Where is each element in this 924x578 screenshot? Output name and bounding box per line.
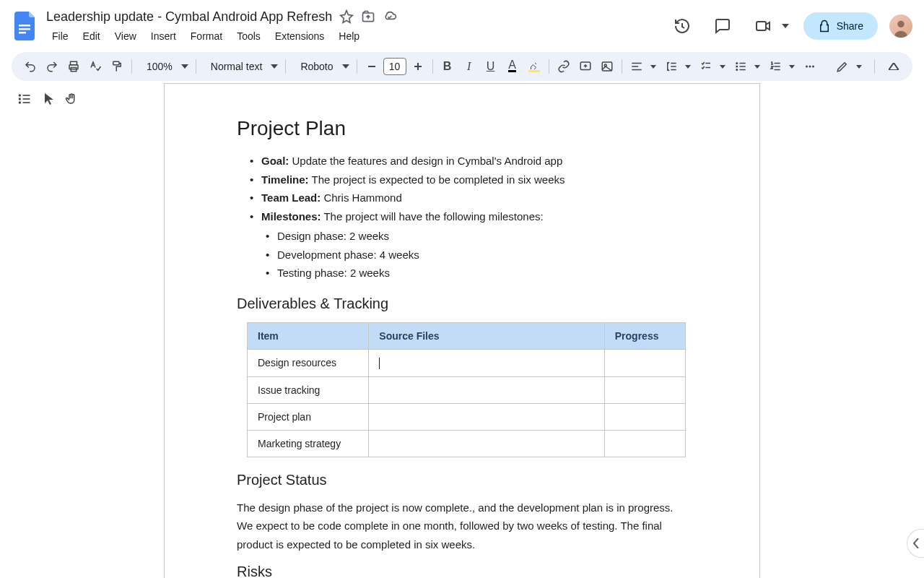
avatar[interactable] <box>889 14 912 38</box>
comments-icon[interactable] <box>708 12 737 40</box>
increase-font-size-button[interactable] <box>408 56 428 77</box>
table-row: Project plan <box>248 403 686 430</box>
list-item: Design phase: 2 weeks <box>266 227 687 246</box>
spellcheck-button[interactable] <box>85 56 105 77</box>
svg-rect-2 <box>19 32 26 34</box>
insert-image-button[interactable] <box>597 56 617 77</box>
italic-button[interactable]: I <box>459 56 479 77</box>
menu-help[interactable]: Help <box>333 27 365 45</box>
svg-point-5 <box>897 21 904 27</box>
decrease-font-size-button[interactable] <box>362 56 382 77</box>
align-button[interactable] <box>627 56 647 77</box>
editing-mode-dropdown-icon[interactable] <box>853 56 866 77</box>
checklist-dropdown-icon[interactable] <box>716 56 729 77</box>
paint-format-button[interactable] <box>107 56 127 77</box>
status-heading: Project Status <box>237 472 687 488</box>
col-source: Source Files <box>369 322 604 349</box>
share-button[interactable]: Share <box>803 12 878 40</box>
font-size-input[interactable]: 10 <box>383 58 406 75</box>
separator <box>131 59 132 74</box>
line-spacing-button[interactable] <box>661 56 681 77</box>
checklist-button[interactable] <box>696 56 716 77</box>
table-row: Marketing strategy <box>248 430 686 457</box>
insert-link-button[interactable] <box>554 56 574 77</box>
separator <box>432 59 433 74</box>
move-to-drive-icon[interactable] <box>361 9 375 24</box>
status-paragraph: The design phase of the project is now c… <box>237 499 687 554</box>
align-dropdown-icon[interactable] <box>647 56 660 77</box>
menu-insert[interactable]: Insert <box>145 27 182 45</box>
separator <box>549 59 549 74</box>
editing-mode-button[interactable] <box>832 56 853 77</box>
page-title: Project Plan <box>237 117 687 140</box>
separator <box>196 59 196 74</box>
svg-point-24 <box>812 66 814 68</box>
svg-rect-9 <box>113 61 119 65</box>
svg-rect-4 <box>757 22 766 30</box>
zoom-label: 100% <box>142 61 177 72</box>
more-toolbar-button[interactable] <box>800 56 820 77</box>
star-icon[interactable] <box>339 9 354 24</box>
col-item: Item <box>248 322 369 349</box>
menu-tools[interactable]: Tools <box>231 27 266 45</box>
font-dropdown[interactable]: Roboto <box>290 56 352 77</box>
table-row: Issue tracking <box>248 376 686 403</box>
menu-edit[interactable]: Edit <box>77 27 106 45</box>
svg-point-18 <box>736 69 738 71</box>
docs-logo[interactable] <box>12 12 40 40</box>
svg-rect-10 <box>368 66 375 67</box>
svg-rect-19 <box>739 63 745 64</box>
svg-rect-20 <box>739 66 745 67</box>
list-item: Goal: Update the features and design in … <box>250 152 687 171</box>
svg-point-23 <box>808 66 811 68</box>
separator <box>874 59 875 74</box>
menu-view[interactable]: View <box>109 27 142 45</box>
zoom-dropdown[interactable]: 100% <box>136 56 191 77</box>
separator <box>622 59 622 74</box>
bulleted-dropdown-icon[interactable] <box>751 56 764 77</box>
list-item: Timeline: The project is expected to be … <box>250 171 687 189</box>
paragraph-style-dropdown[interactable]: Normal text <box>201 56 282 77</box>
list-item: Team Lead: Chris Hammond <box>250 189 687 207</box>
print-button[interactable] <box>64 56 84 77</box>
highlight-button[interactable] <box>524 56 544 77</box>
menu-file[interactable]: File <box>46 27 74 45</box>
bold-button[interactable]: B <box>437 56 458 77</box>
deliverables-table[interactable]: Item Source Files Progress Design resour… <box>247 322 686 457</box>
svg-rect-0 <box>19 25 30 27</box>
bulleted-list-button[interactable] <box>731 56 751 77</box>
svg-point-17 <box>736 66 738 68</box>
numbered-dropdown-icon[interactable] <box>785 56 798 77</box>
text-color-button[interactable]: A <box>502 56 523 77</box>
menu-extensions[interactable]: Extensions <box>269 27 330 45</box>
separator <box>357 59 357 74</box>
numbered-list-button[interactable] <box>765 56 785 77</box>
meet-dropdown-icon[interactable] <box>779 16 792 36</box>
svg-rect-12 <box>417 63 419 70</box>
underline-button[interactable]: U <box>481 56 501 77</box>
line-spacing-dropdown-icon[interactable] <box>681 56 694 77</box>
svg-rect-21 <box>739 69 745 71</box>
text-cursor <box>379 358 380 369</box>
insert-comment-button[interactable] <box>575 56 596 77</box>
svg-point-16 <box>736 62 738 64</box>
separator <box>285 59 286 74</box>
list-item: Testing phase: 2 weeks <box>266 264 687 282</box>
list-item: Development phase: 4 weeks <box>266 246 687 264</box>
font-label: Roboto <box>296 61 337 72</box>
version-history-icon[interactable] <box>668 12 697 40</box>
undo-button[interactable] <box>20 56 40 77</box>
list-item: Milestones: The project will have the fo… <box>250 207 687 226</box>
cloud-saved-icon[interactable] <box>383 9 397 24</box>
collapse-toolbar-button[interactable] <box>884 56 904 77</box>
risks-heading: Risks <box>237 564 687 578</box>
doc-title[interactable]: Leadership update - Cymbal Android App R… <box>46 8 332 26</box>
col-progress: Progress <box>604 322 685 349</box>
meet-icon[interactable] <box>749 12 777 40</box>
document-page[interactable]: Project Plan Goal: Update the features a… <box>164 83 760 578</box>
redo-button[interactable] <box>42 56 62 77</box>
table-row: Design resources <box>248 349 686 376</box>
menu-format[interactable]: Format <box>185 27 228 45</box>
svg-point-22 <box>806 66 808 68</box>
deliverables-heading: Deliverables & Tracking <box>237 296 687 312</box>
